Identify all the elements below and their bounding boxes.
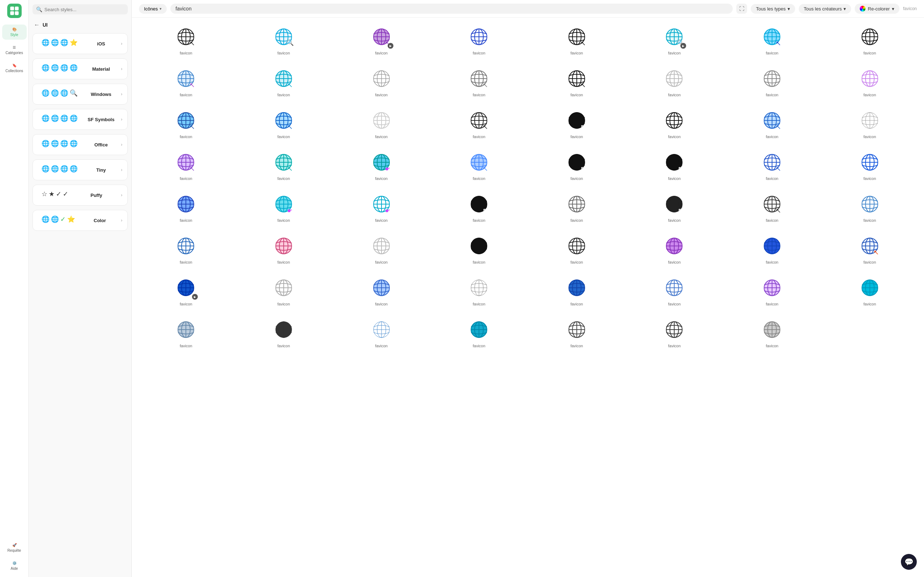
- icon-cell[interactable]: ↖ favicon: [725, 105, 819, 143]
- icon-cell[interactable]: ↖ favicon: [725, 147, 819, 185]
- icon-cell[interactable]: ☛ favicon: [334, 189, 428, 227]
- icon-cell[interactable]: favicon: [432, 230, 526, 269]
- icon-cell[interactable]: ▶favicon: [139, 272, 233, 311]
- icon-cell[interactable]: favicon: [822, 63, 917, 102]
- all-types-filter[interactable]: Tous les types ▾: [751, 4, 795, 14]
- material-section: 🌐 🌐 🌐 🌐 Material ›: [32, 58, 128, 79]
- icon-cell[interactable]: favicon: [530, 272, 624, 311]
- icon-cell[interactable]: ↖ favicon: [432, 189, 526, 227]
- icon-cell[interactable]: favicon: [237, 272, 331, 311]
- icon-cell[interactable]: ☛ favicon: [237, 189, 331, 227]
- icon-cell[interactable]: ↖ favicon: [432, 147, 526, 185]
- icon-cell[interactable]: favicon: [725, 314, 819, 352]
- icon-cell[interactable]: ↖ favicon: [627, 189, 722, 227]
- sidebar-item-collections[interactable]: 🔖 Collections: [2, 61, 27, 76]
- icon-image: [761, 277, 783, 299]
- sidebar-item-help[interactable]: ⚙️ Aide: [2, 558, 27, 574]
- search-input[interactable]: [44, 7, 124, 12]
- icon-cell[interactable]: favicon: [334, 230, 428, 269]
- icon-cell[interactable]: favicon: [237, 230, 331, 269]
- icon-cell[interactable]: ↖ favicon: [725, 21, 819, 60]
- icon-cell[interactable]: ↖ favicon: [627, 147, 722, 185]
- icon-cell[interactable]: favicon: [237, 314, 331, 352]
- icon-cell[interactable]: ↖ favicon: [139, 105, 233, 143]
- icon-cell[interactable]: favicon: [627, 272, 722, 311]
- icon-cell[interactable]: favicon: [627, 314, 722, 352]
- icon-cell[interactable]: ↖ favicon: [822, 230, 917, 269]
- icon-cell[interactable]: ↖ favicon: [530, 63, 624, 102]
- panel-title: UI: [43, 22, 48, 28]
- icon-cell[interactable]: favicon: [139, 189, 233, 227]
- icon-cell[interactable]: favicon: [725, 272, 819, 311]
- icon-cell[interactable]: favicon: [627, 105, 722, 143]
- icon-cell[interactable]: favicon: [334, 63, 428, 102]
- icon-cell[interactable]: ↖ favicon: [237, 147, 331, 185]
- puffy-section-header[interactable]: ☆ ★ ✓ ✓ Puffy ›: [33, 185, 128, 205]
- icon-cell[interactable]: favicon: [432, 21, 526, 60]
- svg-text:↖: ↖: [189, 165, 195, 172]
- icon-cell[interactable]: favicon: [139, 230, 233, 269]
- icon-cell[interactable]: favicon: [432, 314, 526, 352]
- search-bar[interactable]: 🔍: [32, 4, 128, 15]
- icon-cell[interactable]: ↖ favicon: [237, 63, 331, 102]
- recolor-button[interactable]: Re-colorer ▾: [855, 3, 900, 14]
- icon-cell[interactable]: ☛ favicon: [334, 147, 428, 185]
- icon-cell[interactable]: ↖ favicon: [530, 21, 624, 60]
- icon-cell[interactable]: favicon: [627, 230, 722, 269]
- icon-cell[interactable]: ↖ favicon: [139, 147, 233, 185]
- icon-cell[interactable]: favicon: [822, 189, 917, 227]
- windows-label: Windows: [91, 92, 111, 97]
- svg-text:↖: ↖: [580, 40, 586, 47]
- icon-cell[interactable]: favicon: [822, 147, 917, 185]
- icon-cell[interactable]: favicon: [432, 272, 526, 311]
- icon-cell[interactable]: favicon: [530, 189, 624, 227]
- ios-section-header[interactable]: 🌐 🌐 🌐 ⭐ iOS ›: [33, 34, 128, 54]
- icon-cell[interactable]: favicon: [530, 230, 624, 269]
- icon-cell[interactable]: favicon: [334, 272, 428, 311]
- sidebar-item-style[interactable]: 🎨 Style: [2, 24, 27, 40]
- icon-cell[interactable]: ↖ ▶favicon: [334, 21, 428, 60]
- icon-cell[interactable]: 🔍 ▶favicon: [627, 21, 722, 60]
- all-creators-filter[interactable]: Tous les créateurs ▾: [799, 4, 851, 14]
- icon-cell[interactable]: ↖ favicon: [725, 189, 819, 227]
- icon-cell[interactable]: ↖ favicon: [530, 147, 624, 185]
- style-panel: 🔍 ← UI 🌐 🌐 🌐 ⭐ iOS › 🌐 🌐 🌐 🌐 Mate: [29, 0, 132, 577]
- icon-cell[interactable]: 🔍 favicon: [237, 21, 331, 60]
- color-section-header[interactable]: 🌐 🌐 ✓ ⭐ Color ›: [33, 210, 128, 230]
- icon-cell[interactable]: ↖ favicon: [139, 21, 233, 60]
- icon-cell[interactable]: favicon: [627, 63, 722, 102]
- icon-cell[interactable]: favicon: [725, 230, 819, 269]
- icon-cell[interactable]: ↖ favicon: [432, 63, 526, 102]
- type-filter-button[interactable]: Icônes ▾: [139, 4, 167, 14]
- icon-cell[interactable]: favicon: [334, 105, 428, 143]
- office-section-header[interactable]: 🌐 🌐 🌐 🌐 Office ›: [33, 134, 128, 155]
- icon-cell[interactable]: ↖ favicon: [530, 105, 624, 143]
- icon-cell[interactable]: favicon: [334, 314, 428, 352]
- type-filter-label: Icônes: [144, 6, 158, 11]
- main-toolbar: Icônes ▾ favicon ⛶ Tous les types ▾ Tous…: [132, 0, 924, 18]
- search-icon: 🔍: [36, 6, 42, 12]
- sidebar-item-requests[interactable]: 🚀 Requête: [2, 540, 27, 555]
- icon-cell[interactable]: ↖ favicon: [432, 105, 526, 143]
- sidebar-item-categories[interactable]: ☰ Catégories: [2, 43, 27, 58]
- material-section-header[interactable]: 🌐 🌐 🌐 🌐 Material ›: [33, 59, 128, 79]
- icon-cell[interactable]: favicon: [725, 63, 819, 102]
- chat-bubble[interactable]: 💬: [901, 554, 917, 570]
- icon-image: [175, 193, 197, 215]
- icon-cell[interactable]: favicon: [822, 21, 917, 60]
- icon-cell[interactable]: favicon: [822, 105, 917, 143]
- icon-cell[interactable]: ↖ favicon: [139, 63, 233, 102]
- icon-cell[interactable]: ↖ favicon: [237, 105, 331, 143]
- icon-cell[interactable]: favicon: [530, 314, 624, 352]
- windows-icon-1: 🌐: [42, 89, 50, 97]
- expand-button[interactable]: ⛶: [736, 3, 747, 14]
- sf-symbols-section-header[interactable]: 🌐 🌐 🌐 🌐 SF Symbols ›: [33, 109, 128, 129]
- svg-rect-2: [10, 11, 14, 15]
- material-label: Material: [92, 66, 110, 72]
- back-button[interactable]: ←: [34, 22, 40, 28]
- tiny-section-header[interactable]: 🌐 🌐 🌐 🌐 Tiny ›: [33, 160, 128, 180]
- icon-cell[interactable]: favicon: [822, 272, 917, 311]
- icon-cell[interactable]: favicon: [139, 314, 233, 352]
- icon-label: favicon: [668, 176, 681, 181]
- windows-section-header[interactable]: 🌐 🌐 🌐 🔍 Windows ›: [33, 84, 128, 104]
